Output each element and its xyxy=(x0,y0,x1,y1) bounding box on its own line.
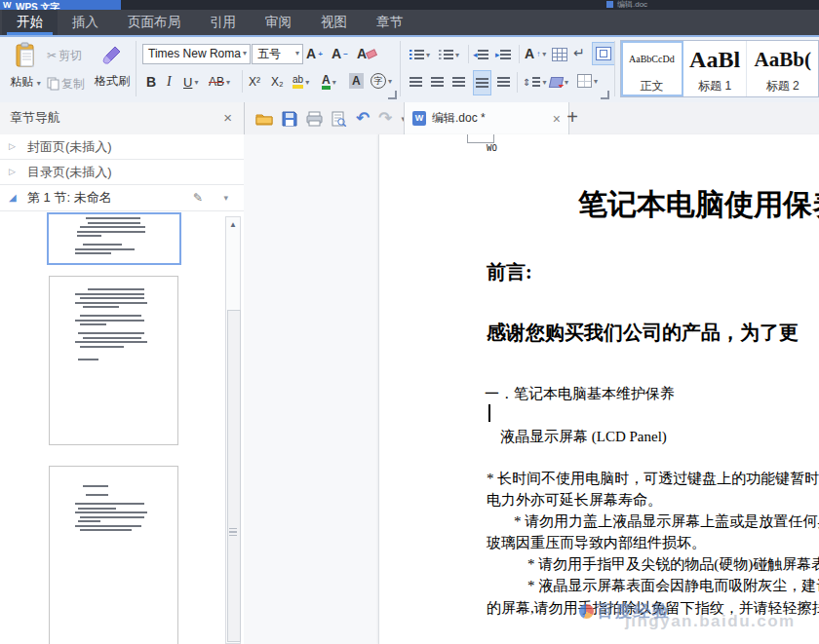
decrease-indent-icon: ◂ xyxy=(475,50,488,60)
new-tab-button[interactable]: + xyxy=(554,102,591,134)
numbering-button[interactable]: ▾ xyxy=(439,45,459,64)
cut-button[interactable]: ✂ 剪切 xyxy=(47,46,82,65)
page-thumbnail-3[interactable] xyxy=(49,466,178,644)
menu-tab-5[interactable]: 视图 xyxy=(306,10,362,35)
borders-button[interactable]: ▾ xyxy=(577,71,598,91)
undo-icon[interactable]: ↶ xyxy=(356,111,370,127)
decrease-font-button[interactable]: A− xyxy=(332,44,348,63)
sidebar-item-cover-page[interactable]: ▷ 封面页(未插入) xyxy=(0,134,244,160)
print-icon[interactable] xyxy=(306,111,323,127)
underline-button[interactable]: U▾ xyxy=(183,72,198,92)
page-thumbnail-1[interactable] xyxy=(47,212,181,265)
sidebar-item-toc-page[interactable]: ▷ 目录页(未插入) xyxy=(0,160,244,185)
body-line: * 长时间不使用电脑时，可透过键盘上的功能键暂时仅将 xyxy=(487,470,819,488)
rename-pencil-icon[interactable]: ✎ xyxy=(193,185,203,210)
thumbnail-text-line xyxy=(75,320,144,322)
panel-scrollbar-thumb[interactable] xyxy=(227,310,241,642)
app-logo[interactable]: W WPS 文字 xyxy=(0,0,121,10)
scroll-up-icon[interactable]: ▲ xyxy=(225,217,241,232)
thumbnail-text-line xyxy=(75,511,146,513)
thumbnail-text-line xyxy=(75,252,112,254)
baidu-watermark-url: jingyan.baidu.com xyxy=(625,612,796,631)
font-dialog-launcher[interactable] xyxy=(388,91,397,99)
style-heading1[interactable]: AaBl 标题 1 xyxy=(683,41,748,96)
thumbnail-text-line xyxy=(78,508,116,510)
return-icon: ↵ xyxy=(573,45,585,60)
italic-button[interactable]: I xyxy=(167,72,172,92)
thumbnail-text-line xyxy=(77,235,100,237)
chevron-down-icon[interactable]: ▾ xyxy=(243,50,247,57)
toolstrip: 章节导航 × ↶ xyxy=(0,102,819,135)
paste-icon xyxy=(14,42,37,68)
thumbnail-text-line xyxy=(88,222,140,224)
menu-tab-0[interactable]: 开始 xyxy=(2,10,58,35)
sidebar-item-section1[interactable]: ◢ 第 1 节: 未命名 ✎ ▾ xyxy=(0,185,244,211)
section-dropdown-icon[interactable]: ▾ xyxy=(223,185,228,210)
eraser-icon xyxy=(366,49,377,59)
decrease-indent-button[interactable]: ◂ xyxy=(475,45,488,64)
caret-right-icon[interactable]: ▷ xyxy=(9,160,16,184)
char-shading-button[interactable]: A xyxy=(349,71,364,91)
paragraph-layout-button[interactable] xyxy=(593,43,614,64)
align-center-button[interactable] xyxy=(431,72,444,92)
clear-format-button[interactable]: A xyxy=(357,44,376,63)
document-tab[interactable]: W 编辑.doc * × xyxy=(404,102,569,134)
thumbnail-text-line xyxy=(83,306,119,308)
font-color-button[interactable]: A▾ xyxy=(322,72,336,92)
paste-button[interactable]: 粘贴 ▾ xyxy=(6,42,45,91)
align-right-button[interactable] xyxy=(452,72,465,92)
distribute-button[interactable] xyxy=(497,72,510,92)
bullets-button[interactable]: ▾ xyxy=(410,45,430,64)
paste-dropdown-icon[interactable]: ▾ xyxy=(37,79,41,88)
increase-font-button[interactable]: A+ xyxy=(306,44,323,63)
thumbnail-text-line xyxy=(80,529,131,531)
font-size-select[interactable]: 五号 ▾ xyxy=(252,44,303,64)
style-heading2[interactable]: AaBb( 标题 2 xyxy=(747,41,818,96)
insert-table-button[interactable] xyxy=(552,45,567,64)
align-center-icon xyxy=(431,77,444,88)
font-family-select[interactable]: Times New Roma ▾ xyxy=(142,44,251,64)
copy-icon xyxy=(47,77,59,91)
menu-tab-3[interactable]: 引用 xyxy=(195,10,251,35)
titlebar-document-name: 编辑.doc xyxy=(606,0,647,10)
chapter-navigation-panel: ▷ 封面页(未插入) ▷ 目录页(未插入) ◢ 第 1 节: 未命名 ✎ ▾ ▲ xyxy=(0,134,245,644)
copy-button[interactable]: 复制 xyxy=(47,74,85,94)
menu-tab-6[interactable]: 章节 xyxy=(362,10,417,35)
menu-tab-2[interactable]: 页面布局 xyxy=(113,10,195,35)
highlight-button[interactable]: ab▾ xyxy=(292,72,309,92)
format-painter-button[interactable]: 格式刷 xyxy=(90,42,135,90)
body-line: 玻璃因重压而导致内部组件损坏。 xyxy=(487,534,706,552)
char-border-button[interactable]: 字▾ xyxy=(370,71,392,91)
align-left-button[interactable] xyxy=(410,72,422,92)
save-icon[interactable] xyxy=(282,111,297,127)
chevron-down-icon[interactable]: ▾ xyxy=(295,50,299,57)
subscript-button[interactable]: X₂ xyxy=(271,72,284,92)
document-page[interactable]: WO 笔记本电脑使用保养 前言: 感谢您购买我们公司的产品，为了更 一．笔记本电… xyxy=(378,134,819,644)
caret-expanded-icon[interactable]: ◢ xyxy=(9,185,17,210)
justify-icon xyxy=(476,78,488,89)
superscript-button[interactable]: X² xyxy=(249,72,260,92)
table-icon xyxy=(552,48,567,61)
print-preview-icon[interactable] xyxy=(332,111,347,127)
justify-button[interactable] xyxy=(474,71,490,95)
paragraph-mark-button[interactable]: ↵ xyxy=(573,43,585,62)
paragraph-dialog-launcher[interactable] xyxy=(601,91,609,99)
char-shading-icon: A xyxy=(349,73,364,89)
increase-indent-button[interactable]: ▸ xyxy=(497,45,511,64)
page-thumbnail-2[interactable] xyxy=(49,276,178,445)
line-spacing-button[interactable]: ⇕ ▾ xyxy=(523,72,546,92)
wps-writer-window: W WPS 文字 编辑.doc 开始插入页面布局引用审阅视图章节 粘贴 ▾ ✂ … xyxy=(0,0,819,644)
style-normal[interactable]: AaBbCcDd 正文 xyxy=(621,41,683,96)
bold-button[interactable]: B xyxy=(146,72,156,92)
app-name: WPS 文字 xyxy=(16,2,60,10)
menu-tab-1[interactable]: 插入 xyxy=(58,10,113,35)
thumbnail-text-line xyxy=(77,231,145,233)
shading-button[interactable]: ▾ xyxy=(550,72,568,92)
open-folder-icon[interactable] xyxy=(255,111,273,126)
caret-right-icon[interactable]: ▷ xyxy=(9,134,16,159)
body-line: 电力外亦可延长屏幕寿命。 xyxy=(487,491,662,510)
strikethrough-button[interactable]: AB▾ xyxy=(209,72,230,92)
text-effect-button[interactable]: A↑▾ xyxy=(525,44,546,63)
menu-tab-4[interactable]: 审阅 xyxy=(251,10,306,35)
panel-close-icon[interactable]: × xyxy=(223,102,232,133)
